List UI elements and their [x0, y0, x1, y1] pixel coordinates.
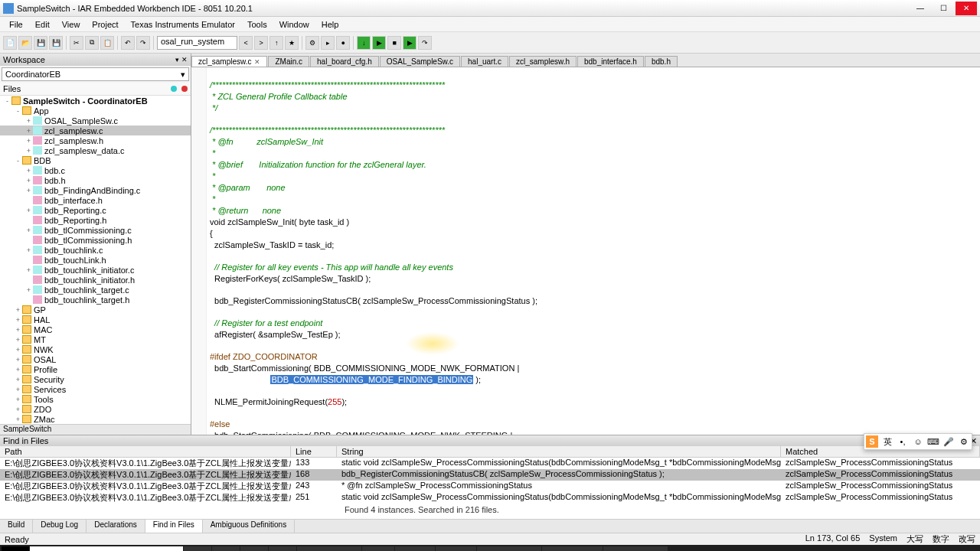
file-tree[interactable]: -SampleSwitch - CoordinatorEB-App+OSAL_S… [0, 96, 191, 424]
tree-item[interactable]: bdb_touchlink_initiator.h [0, 275, 191, 285]
menu-tools[interactable]: Tools [241, 18, 273, 31]
taskbar-app[interactable]: 基于ZCL属性... [542, 546, 603, 551]
code-area[interactable]: /***************************************… [191, 67, 980, 435]
editor-tab[interactable]: hal_board_cfg.h [310, 56, 379, 67]
editor-tab[interactable]: zcl_samplesw.c ✕ [191, 56, 267, 67]
tree-item[interactable]: +HAL [0, 315, 191, 324]
tree-item[interactable]: +MT [0, 334, 191, 344]
editor-tab[interactable]: hal_uart.c [461, 56, 508, 67]
tree-item[interactable]: +bdb_FindingAndBinding.c [0, 185, 191, 195]
tree-item[interactable]: +bdb_touchlink_initiator.c [0, 265, 191, 275]
tree-item[interactable]: +zcl_samplesw.c [0, 126, 191, 135]
ime-keyboard-icon[interactable]: ⌨ [927, 435, 939, 448]
go-icon[interactable]: ▶ [403, 36, 416, 50]
debug-icon[interactable]: ▶ [372, 36, 386, 50]
fif-row[interactable]: E:\创思ZIGBEE3.0协议栈资料V3.0.1\1.ZigBee3.0基于Z… [0, 458, 980, 469]
menu-texas-instruments-emulator[interactable]: Texas Instruments Emulator [125, 18, 241, 31]
ime-logo-icon[interactable]: S [866, 435, 878, 448]
ime-settings-icon[interactable]: ⚙ [958, 435, 970, 448]
tree-item[interactable]: +bdb.h [0, 175, 191, 185]
ime-emoji-icon[interactable]: ☺ [912, 435, 924, 448]
tree-item[interactable]: -SampleSwitch - CoordinatorEB [0, 96, 191, 106]
tree-item[interactable]: bdb_Reporting.h [0, 215, 191, 225]
tree-item[interactable]: +bdb.c [0, 165, 191, 175]
symbol-combo[interactable]: osal_run_system [157, 36, 237, 50]
toggle-bp-icon[interactable]: ● [336, 36, 350, 50]
stop-icon[interactable]: ■ [387, 36, 401, 50]
menu-project[interactable]: Project [86, 18, 124, 31]
compile-icon[interactable]: ⚙ [305, 36, 319, 50]
bottom-tab[interactable]: Debug Log [33, 520, 87, 533]
tree-item[interactable]: bdb_interface.h [0, 195, 191, 205]
tree-item[interactable]: +zcl_samplesw_data.c [0, 145, 191, 155]
ime-toolbar[interactable]: S 英 •, ☺ ⌨ 🎤 ⚙ [864, 433, 972, 450]
saveall-icon[interactable]: 💾 [49, 36, 63, 50]
bottom-tab[interactable]: Find in Files [145, 520, 203, 533]
menu-file[interactable]: File [3, 18, 29, 31]
taskbar-search[interactable]: 在这里输入你要搜索的内容 [30, 546, 183, 551]
editor-tab[interactable]: zcl_samplesw.h [509, 56, 577, 67]
taskview-icon[interactable]: ▭ [212, 546, 240, 551]
tree-item[interactable]: +OSAL [0, 354, 191, 364]
workspace-pin-icon[interactable]: ▾ ✕ [175, 56, 188, 64]
make-icon[interactable]: ▸ [321, 36, 335, 50]
nav-up-icon[interactable]: ↑ [270, 36, 283, 50]
taskbar-app[interactable]: SampleSwitch... [297, 546, 361, 551]
start-button[interactable]: ⊞ [2, 546, 29, 551]
config-combo[interactable]: CoordinatorEB ▾ [2, 67, 189, 81]
tree-item[interactable]: +MAC [0, 324, 191, 334]
tree-item[interactable]: +OSAL_SampleSw.c [0, 116, 191, 126]
cortana-icon[interactable]: ○ [184, 546, 211, 551]
tree-item[interactable]: +Profile [0, 364, 191, 374]
menu-help[interactable]: Help [315, 18, 345, 31]
chrome-icon[interactable]: ● [269, 546, 296, 551]
download-icon[interactable]: ↓ [357, 36, 371, 50]
cut-icon[interactable]: ✂ [70, 36, 83, 50]
tree-item[interactable]: +ZMac [0, 414, 191, 424]
edge-icon[interactable]: e [240, 546, 268, 551]
editor-tab[interactable]: OSAL_SampleSw.c [380, 56, 460, 67]
nav-fwd-icon[interactable]: > [254, 36, 268, 50]
menu-window[interactable]: Window [273, 18, 315, 31]
copy-icon[interactable]: ⧉ [85, 36, 99, 50]
tree-item[interactable]: -App [0, 106, 191, 116]
ime-mic-icon[interactable]: 🎤 [942, 435, 955, 448]
ime-punct-icon[interactable]: •, [897, 435, 909, 448]
tree-item[interactable]: +bdb_Reporting.c [0, 205, 191, 215]
menu-edit[interactable]: Edit [29, 18, 56, 31]
menu-view[interactable]: View [56, 18, 87, 31]
maximize-button[interactable]: ☐ [933, 2, 954, 15]
tree-item[interactable]: +Security [0, 374, 191, 384]
redo-icon[interactable]: ↷ [136, 36, 150, 50]
tree-item[interactable]: +Services [0, 384, 191, 394]
tree-item[interactable]: +Tools [0, 394, 191, 404]
tree-item[interactable]: +bdb_touchlink_target.c [0, 285, 191, 295]
taskbar-app[interactable]: SampleSwitch... [603, 546, 668, 551]
tree-item[interactable]: bdb_tlCommissioning.h [0, 235, 191, 245]
save-icon[interactable]: 💾 [34, 36, 47, 50]
fif-grid[interactable]: PathLineStringMatched E:\创思ZIGBEE3.0协议栈资… [0, 446, 980, 519]
close-button[interactable]: ✕ [956, 2, 977, 15]
tree-item[interactable]: bdb_touchLink.h [0, 255, 191, 265]
fif-row[interactable]: E:\创思ZIGBEE3.0协议栈资料V3.0.1\1.ZigBee3.0基于Z… [0, 492, 980, 504]
minimize-button[interactable]: — [910, 2, 931, 15]
taskbar-app[interactable]: 此电脑 [362, 546, 394, 551]
tree-item[interactable]: +GP [0, 305, 191, 315]
fif-col-header[interactable]: Path [0, 446, 291, 457]
bottom-tab[interactable]: Ambiguous Definitions [203, 520, 296, 533]
fif-col-header[interactable]: Line [291, 446, 337, 457]
taskbar-app[interactable]: 视频教程 [395, 546, 435, 551]
taskbar-app[interactable]: 8.ZigBee3.0 B... [477, 546, 541, 551]
editor-tab[interactable]: bdb_interface.h [577, 56, 644, 67]
editor-tab[interactable]: bdb.h [645, 56, 678, 67]
undo-icon[interactable]: ↶ [121, 36, 135, 50]
bottom-tab[interactable]: Declarations [87, 520, 145, 533]
tree-item[interactable]: +NWK [0, 344, 191, 354]
step-icon[interactable]: ↷ [418, 36, 432, 50]
tree-item[interactable]: +zcl_samplesw.h [0, 135, 191, 145]
tree-item[interactable]: -BDB [0, 155, 191, 165]
tree-item[interactable]: +bdb_tlCommissioning.c [0, 225, 191, 235]
bottom-tab[interactable]: Build [0, 520, 33, 533]
new-icon[interactable]: 📄 [3, 36, 17, 50]
taskbar-app[interactable]: EVPlayer [436, 546, 477, 551]
